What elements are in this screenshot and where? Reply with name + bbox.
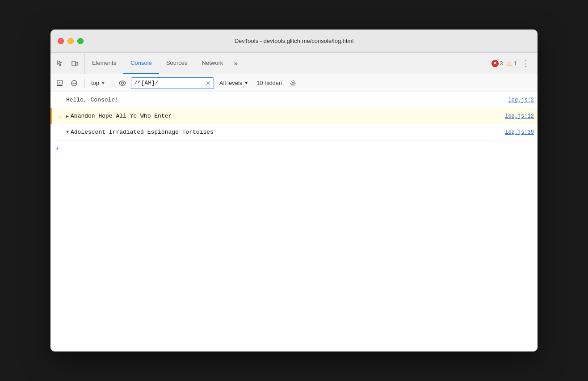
error-badge: ✕ 3: [491, 60, 503, 67]
svg-point-9: [292, 82, 294, 84]
row-icon-warning-1: ⚠: [55, 112, 64, 120]
live-expressions-button[interactable]: [117, 77, 128, 89]
console-message-1: Abandon Hope All Ye Who Enter: [71, 113, 498, 119]
devtools-window: DevTools - devtools.glitch.me/console/lo…: [50, 30, 538, 351]
filter-input[interactable]: [134, 80, 206, 86]
console-row-2: ▼ Adolescent Irradiated Espionage Tortoi…: [50, 124, 538, 140]
console-content: Hello, Console! log.js:2 ⚠ ▶ Abandon Hop…: [50, 92, 538, 351]
svg-rect-1: [76, 62, 78, 65]
tab-network[interactable]: Network: [195, 53, 231, 74]
console-source-1[interactable]: log.js:12: [498, 113, 534, 119]
console-settings-button[interactable]: [287, 77, 299, 89]
context-selector[interactable]: top ▼: [89, 80, 107, 86]
tab-console[interactable]: Console: [123, 53, 159, 74]
filter-input-container: ✕: [131, 77, 214, 89]
console-source-0[interactable]: log.js:2: [501, 97, 534, 103]
minimize-button[interactable]: [67, 38, 74, 44]
svg-point-8: [121, 82, 123, 84]
maximize-button[interactable]: [77, 38, 84, 44]
expand-icon-2[interactable]: ▼: [66, 130, 69, 135]
console-message-0: Hello, Console!: [66, 97, 501, 103]
levels-dropdown-arrow: ▼: [244, 80, 248, 85]
window-body: top ▼ ✕ All levels ▼ 10 hidden: [50, 74, 538, 351]
console-source-2[interactable]: log.js:39: [498, 129, 534, 135]
toolbar-left-icons: [50, 53, 85, 74]
inspect-element-button[interactable]: [54, 57, 67, 70]
show-drawer-button[interactable]: [54, 77, 66, 89]
console-row-1: ⚠ ▶ Abandon Hope All Ye Who Enter log.js…: [50, 108, 538, 124]
svg-marker-4: [59, 82, 61, 83]
tab-sources[interactable]: Sources: [159, 53, 195, 74]
toolbar-right: ✕ 3 ⚠ 1 ⋮: [486, 53, 538, 74]
hidden-count-label: 10 hidden: [254, 80, 285, 86]
error-icon: ✕: [491, 60, 499, 67]
svg-rect-3: [57, 85, 63, 86]
more-tabs-button[interactable]: »: [230, 53, 241, 74]
tabs: Elements Console Sources Network »: [85, 53, 486, 74]
context-dropdown-arrow: ▼: [101, 80, 105, 85]
filter-clear-button[interactable]: ✕: [206, 80, 211, 87]
console-message-2: Adolescent Irradiated Espionage Tortoise…: [71, 129, 498, 135]
titlebar: DevTools - devtools.glitch.me/console/lo…: [50, 30, 538, 53]
close-button[interactable]: [58, 38, 64, 44]
log-levels-dropdown[interactable]: All levels ▼: [217, 77, 251, 89]
svg-point-7: [119, 81, 126, 85]
warning-triangle-icon: ⚠: [58, 112, 62, 120]
main-toolbar: Elements Console Sources Network » ✕ 3 ⚠…: [50, 53, 538, 74]
device-toolbar-button[interactable]: [68, 57, 81, 70]
devtools-menu-button[interactable]: ⋮: [520, 57, 532, 70]
warning-icon: ⚠: [505, 60, 512, 67]
traffic-lights: [58, 38, 84, 44]
console-toolbar: top ▼ ✕ All levels ▼ 10 hidden: [50, 74, 538, 92]
console-prompt-row: ›: [50, 140, 538, 157]
prompt-caret-icon: ›: [55, 145, 59, 152]
svg-rect-0: [72, 61, 76, 66]
clear-console-button[interactable]: [68, 77, 80, 89]
expand-icon-1[interactable]: ▶: [66, 114, 69, 119]
window-title: DevTools - devtools.glitch.me/console/lo…: [235, 38, 354, 44]
divider-1: [84, 79, 85, 88]
console-row-0: Hello, Console! log.js:2: [50, 92, 538, 108]
divider-2: [112, 79, 112, 88]
tab-elements[interactable]: Elements: [85, 53, 123, 74]
warning-badge: ⚠ 1: [505, 60, 517, 67]
